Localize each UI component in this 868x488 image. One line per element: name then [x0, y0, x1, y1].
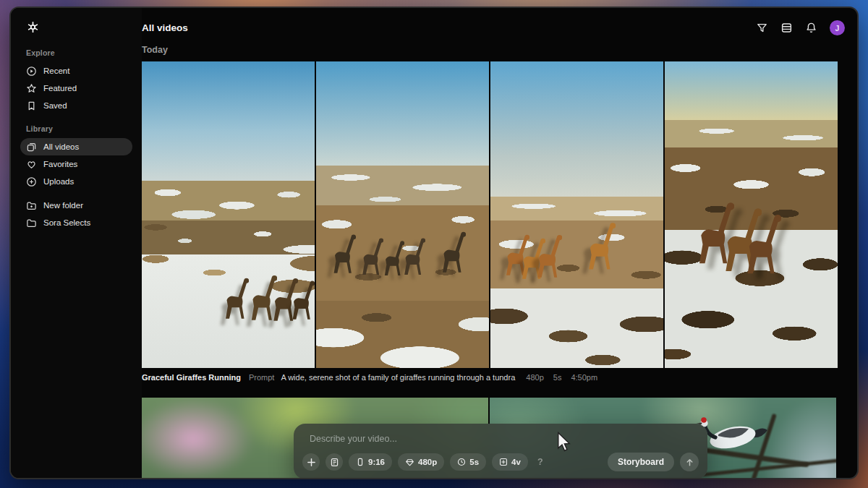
video-variant-3[interactable] [490, 61, 663, 368]
heart-icon [26, 159, 37, 170]
variations-button[interactable]: 4v [492, 453, 528, 471]
phone-portrait-icon [356, 458, 365, 466]
plus-icon [307, 458, 316, 467]
giraffe-silhouette [532, 233, 562, 278]
sidebar-item-all-videos[interactable]: All videos [20, 138, 132, 155]
resolution-button[interactable]: 480p [398, 453, 444, 471]
video-variant-2[interactable] [316, 61, 489, 368]
giraffe-silhouette [739, 212, 781, 275]
giraffe-silhouette [287, 279, 315, 320]
sidebar-item-favorites[interactable]: Favorites [20, 155, 132, 173]
list-view-icon[interactable] [780, 22, 793, 34]
add-media-button[interactable] [302, 453, 320, 471]
play-circle-icon [26, 66, 37, 77]
main-content: All videos J Today [142, 8, 857, 478]
video-variant-row [142, 61, 838, 368]
sidebar-item-label: Saved [43, 101, 67, 110]
clock-icon [457, 458, 466, 466]
folder-plus-icon [26, 200, 37, 211]
sidebar-item-label: Recent [43, 67, 69, 75]
star-icon [26, 83, 37, 94]
prompt-label: Prompt [249, 373, 274, 382]
gem-icon [405, 458, 414, 467]
folder-icon [26, 218, 37, 228]
sidebar-item-uploads[interactable]: Uploads [20, 173, 132, 190]
video-variant-4[interactable] [665, 61, 838, 368]
section-label-explore: Explore [26, 48, 127, 57]
resolution-value: 480p [418, 458, 437, 466]
giraffe-silhouette [328, 233, 356, 274]
duration-value: 5s [469, 458, 479, 466]
grid-icon [499, 458, 508, 466]
sidebar-item-new-folder[interactable]: New folder [20, 197, 132, 214]
sidebar: Explore Recent Featured Saved Library Al… [11, 8, 142, 478]
topbar-actions: J [756, 20, 845, 35]
composer-controls: 9:16 480p 5s 4v ? Sto [302, 453, 699, 471]
sora-app-window: Explore Recent Featured Saved Library Al… [9, 7, 859, 479]
sidebar-item-label: All videos [43, 142, 79, 151]
preset-card-icon [330, 458, 339, 467]
date-group-label: Today [142, 45, 168, 55]
prompt-composer: 9:16 480p 5s 4v ? Sto [294, 424, 707, 479]
submit-button[interactable] [680, 453, 699, 471]
page-title: All videos [142, 22, 188, 33]
section-label-library: Library [26, 124, 127, 133]
sidebar-item-label: New folder [43, 201, 83, 210]
sidebar-item-label: Sora Selects [43, 218, 90, 227]
video-title: Graceful Giraffes Running [142, 373, 241, 382]
video-resolution: 480p [526, 373, 543, 382]
sidebar-item-label: Favorites [43, 160, 77, 168]
filter-icon[interactable] [756, 22, 768, 34]
giraffe-silhouette [582, 221, 616, 270]
sidebar-item-saved[interactable]: Saved [20, 97, 132, 114]
duration-button[interactable]: 5s [450, 453, 486, 471]
aspect-ratio-value: 9:16 [368, 458, 385, 466]
sidebar-item-featured[interactable]: Featured [20, 80, 132, 97]
video-duration: 5s [553, 373, 562, 382]
help-button[interactable]: ? [534, 457, 547, 467]
arrow-up-icon [685, 458, 694, 467]
giraffe-silhouette [220, 276, 249, 320]
video-variant-1[interactable] [142, 61, 315, 368]
sidebar-item-label: Uploads [43, 177, 74, 186]
presets-button[interactable] [326, 453, 343, 471]
aspect-ratio-button[interactable]: 9:16 [349, 453, 392, 471]
openai-logo-icon [26, 20, 40, 34]
sidebar-item-recent[interactable]: Recent [20, 62, 132, 80]
avatar[interactable]: J [830, 20, 845, 35]
mouse-cursor [556, 432, 572, 453]
video-prompt-text: A wide, serene shot of a family of giraf… [281, 373, 515, 382]
bookmark-icon [26, 100, 37, 111]
giraffe-silhouette [399, 236, 425, 275]
storyboard-button[interactable]: Storyboard [608, 453, 674, 471]
variations-value: 4v [511, 458, 521, 466]
notifications-icon[interactable] [805, 22, 817, 34]
video-caption: Graceful Giraffes Running Prompt A wide,… [142, 373, 597, 382]
sidebar-item-sora-selects[interactable]: Sora Selects [20, 214, 132, 231]
stack-icon [26, 142, 37, 153]
video-timestamp: 4:50pm [571, 373, 597, 382]
plus-circle-icon [26, 176, 37, 187]
sidebar-item-label: Featured [43, 84, 77, 93]
giraffe-silhouette [437, 230, 466, 273]
